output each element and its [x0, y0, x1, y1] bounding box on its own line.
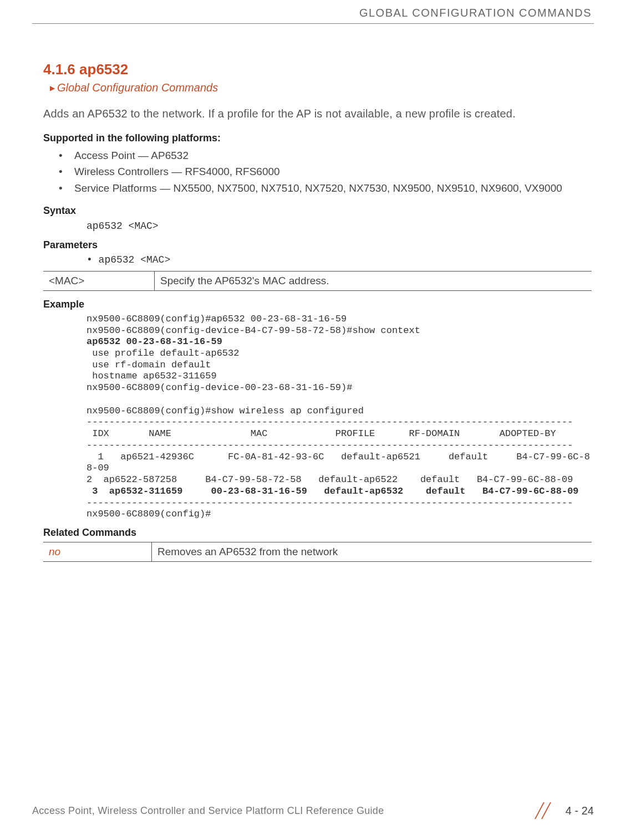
breadcrumb-arrow-icon: ▶: [50, 84, 55, 92]
syntax-heading: Syntax: [43, 205, 592, 217]
param-key: <MAC>: [43, 271, 155, 290]
list-item: Service Platforms — NX5500, NX7500, NX75…: [59, 180, 592, 196]
list-item: Wireless Controllers — RFS4000, RFS6000: [59, 163, 592, 180]
page-number: 4 - 24: [566, 805, 594, 817]
table-row: <MAC> Specify the AP6532's MAC address.: [43, 271, 592, 290]
parameters-table: <MAC> Specify the AP6532's MAC address.: [43, 271, 592, 291]
example-output: nx9500-6C8809(config)#ap6532 00-23-68-31…: [43, 314, 592, 520]
parameters-bullet: • ap6532 <MAC>: [43, 254, 592, 265]
list-item: Access Point — AP6532: [59, 147, 592, 163]
breadcrumb[interactable]: ▶ Global Configuration Commands: [43, 81, 592, 94]
table-row: no Removes an AP6532 from the network: [43, 542, 592, 562]
param-desc: Specify the AP6532's MAC address.: [155, 271, 592, 290]
header-rule: [32, 23, 594, 24]
related-table: no Removes an AP6532 from the network: [43, 542, 592, 562]
section-description: Adds an AP6532 to the network. If a prof…: [43, 107, 592, 120]
section-heading: 4.1.6 ap6532: [43, 61, 592, 78]
syntax-code: ap6532 <MAC>: [43, 220, 592, 233]
breadcrumb-label: Global Configuration Commands: [57, 81, 218, 94]
supported-heading: Supported in the following platforms:: [43, 132, 592, 144]
example-heading: Example: [43, 299, 592, 310]
platform-list: Access Point — AP6532 Wireless Controlle…: [43, 147, 592, 196]
page-footer: Access Point, Wireless Controller and Se…: [32, 802, 594, 819]
parameters-heading: Parameters: [43, 239, 592, 251]
related-heading: Related Commands: [43, 527, 592, 539]
related-desc: Removes an AP6532 from the network: [152, 542, 592, 562]
main-content: 4.1.6 ap6532 ▶ Global Configuration Comm…: [43, 61, 592, 562]
footer-slash-icon: [532, 802, 558, 819]
running-head: GLOBAL CONFIGURATION COMMANDS: [359, 7, 592, 19]
footer-guide-title: Access Point, Wireless Controller and Se…: [32, 805, 384, 817]
related-key[interactable]: no: [43, 542, 152, 562]
